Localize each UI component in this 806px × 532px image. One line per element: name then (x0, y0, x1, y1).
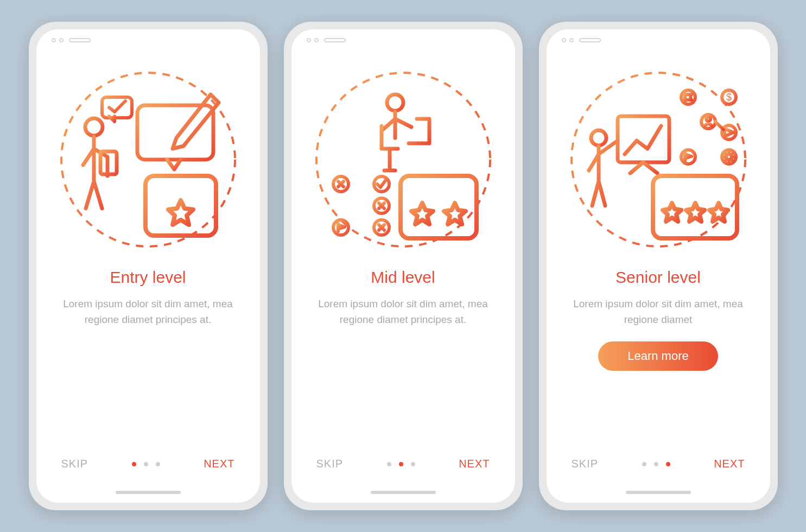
skip-button[interactable]: SKIP (316, 458, 344, 470)
svg-point-15 (387, 94, 403, 111)
nav-row: SKIP NEXT (291, 458, 515, 470)
page-indicator (387, 462, 415, 466)
home-indicator (371, 491, 436, 494)
page-dot[interactable] (132, 462, 136, 466)
phone-mockup-3: $ (539, 22, 778, 510)
svg-point-38 (681, 90, 695, 104)
phone-mockup-1: Entry level Lorem ipsum dolor sit dim am… (29, 22, 268, 510)
page-dot[interactable] (387, 462, 391, 466)
onboarding-title: Entry level (110, 268, 186, 287)
status-bar (36, 29, 260, 51)
onboarding-title: Mid level (371, 268, 435, 287)
page-dot[interactable] (666, 462, 670, 466)
home-indicator (626, 491, 691, 494)
learn-more-button[interactable]: Learn more (598, 341, 718, 371)
onboarding-description: Lorem ipsum dolor sit dim amet, mea regi… (36, 296, 260, 327)
page-indicator (132, 462, 160, 466)
svg-rect-4 (137, 105, 213, 160)
page-dot[interactable] (144, 462, 148, 466)
svg-line-51 (715, 122, 724, 130)
nav-row: SKIP NEXT (36, 458, 260, 470)
phone-mockup-2: Mid level Lorem ipsum dolor sit dim amet… (284, 22, 523, 510)
home-indicator (116, 491, 181, 494)
page-dot[interactable] (156, 462, 160, 466)
mid-level-illustration (311, 67, 496, 252)
next-button[interactable]: NEXT (459, 458, 490, 470)
page-indicator (642, 462, 670, 466)
entry-level-illustration (56, 67, 240, 252)
nav-row: SKIP NEXT (547, 458, 770, 470)
page-dot[interactable] (399, 462, 403, 466)
onboarding-title: Senior level (615, 268, 701, 287)
page-dot[interactable] (654, 462, 658, 466)
page-dot[interactable] (411, 462, 415, 466)
onboarding-description: Lorem ipsum dolor sit dim amet, mea regi… (291, 296, 515, 327)
svg-point-35 (591, 130, 606, 145)
svg-rect-8 (145, 176, 216, 236)
status-bar (291, 29, 515, 51)
next-button[interactable]: NEXT (204, 458, 234, 470)
svg-text:$: $ (726, 92, 731, 103)
page-dot[interactable] (642, 462, 646, 466)
skip-button[interactable]: SKIP (61, 458, 88, 470)
onboarding-screen-2: Mid level Lorem ipsum dolor sit dim amet… (291, 29, 515, 503)
onboarding-screen-3: $ (547, 29, 770, 503)
onboarding-description: Lorem ipsum dolor sit dim amet, mea regi… (547, 296, 770, 327)
svg-point-1 (85, 118, 103, 136)
next-button[interactable]: NEXT (714, 458, 745, 470)
senior-level-illustration: $ (566, 67, 751, 252)
svg-point-42 (706, 117, 710, 121)
svg-rect-28 (401, 176, 477, 238)
onboarding-screen-1: Entry level Lorem ipsum dolor sit dim am… (36, 29, 260, 503)
status-bar (547, 29, 770, 51)
skip-button[interactable]: SKIP (572, 458, 599, 470)
